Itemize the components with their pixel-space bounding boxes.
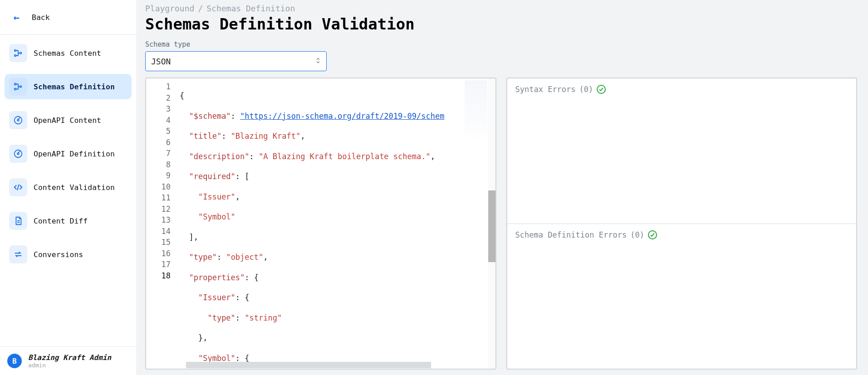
sidebar-item-content-validation[interactable]: Content Validation bbox=[5, 175, 132, 200]
syntax-errors-count: 0 bbox=[584, 85, 588, 94]
sidebar-item-label: Conversions bbox=[34, 250, 83, 259]
breadcrumb-root[interactable]: Playground bbox=[145, 4, 194, 13]
sidebar-item-content-diff[interactable]: Content Diff bbox=[5, 208, 132, 234]
editor-scrollbar-thumb[interactable] bbox=[488, 190, 495, 262]
back-button[interactable]: ← Back bbox=[0, 0, 136, 34]
code-editor[interactable]: 123456789101112131415161718 { "$schema":… bbox=[145, 78, 496, 370]
main: Playground / Schemas Definition Schemas … bbox=[136, 0, 868, 375]
svg-point-4 bbox=[15, 88, 16, 90]
page-title: Schemas Definition Validation bbox=[145, 15, 857, 33]
check-circle-icon bbox=[648, 230, 657, 239]
sidebar-item-schemas-content[interactable]: Schemas Content bbox=[5, 40, 132, 66]
svg-point-7 bbox=[17, 119, 19, 121]
sidebar-item-openapi-definition[interactable]: OpenAPI Definition bbox=[5, 141, 132, 166]
sidebar-divider bbox=[0, 34, 136, 35]
schema-node-icon bbox=[9, 44, 27, 62]
schema-errors-label: Schema Definition Errors bbox=[515, 230, 627, 239]
gauge-icon bbox=[9, 145, 27, 163]
user-row[interactable]: B Blazing Kraft Admin admin bbox=[0, 346, 136, 375]
breadcrumb-sep: / bbox=[198, 4, 203, 13]
svg-point-9 bbox=[17, 153, 19, 155]
document-icon bbox=[9, 212, 27, 230]
sidebar-nav: Schemas Content Schemas Definition OpenA… bbox=[0, 39, 136, 267]
editor-scrollbar-horizontal[interactable] bbox=[186, 362, 431, 368]
schema-errors-header[interactable]: Schema Definition Errors (0) bbox=[507, 224, 857, 246]
schema-node-icon bbox=[9, 78, 27, 96]
schema-type-label: Schema type bbox=[145, 40, 857, 49]
sidebar-item-label: Content Diff bbox=[34, 217, 88, 225]
errors-panel: Syntax Errors (0) Schema Definition Erro… bbox=[506, 78, 858, 370]
sidebar-item-conversions[interactable]: Conversions bbox=[5, 242, 132, 267]
sidebar-item-label: OpenAPI Definition bbox=[34, 150, 115, 158]
user-role: admin bbox=[28, 362, 111, 369]
sidebar-item-schemas-definition[interactable]: Schemas Definition bbox=[5, 74, 132, 99]
back-label: Back bbox=[32, 13, 50, 22]
syntax-errors-label: Syntax Errors bbox=[515, 85, 576, 94]
user-name: Blazing Kraft Admin bbox=[28, 353, 111, 362]
svg-point-0 bbox=[15, 50, 16, 52]
sidebar: ← Back Schemas Content Schemas Definitio… bbox=[0, 0, 136, 375]
check-circle-icon bbox=[597, 85, 606, 94]
code-icon bbox=[9, 178, 27, 196]
avatar: B bbox=[7, 354, 22, 368]
schema-errors-count: 0 bbox=[635, 230, 639, 239]
svg-point-8 bbox=[15, 150, 22, 158]
sidebar-item-openapi-content[interactable]: OpenAPI Content bbox=[5, 107, 132, 133]
editor-code[interactable]: { "$schema": "https://json-schema.org/dr… bbox=[175, 78, 495, 369]
svg-point-3 bbox=[15, 83, 16, 85]
gauge-icon bbox=[9, 111, 27, 129]
editor-gutter: 123456789101112131415161718 bbox=[146, 78, 175, 369]
arrow-left-icon: ← bbox=[7, 8, 25, 26]
swap-icon bbox=[9, 245, 27, 263]
svg-point-6 bbox=[15, 117, 22, 124]
syntax-errors-header[interactable]: Syntax Errors (0) bbox=[507, 78, 857, 100]
svg-point-5 bbox=[20, 86, 22, 88]
sidebar-item-label: OpenAPI Content bbox=[34, 116, 101, 125]
sidebar-item-label: Schemas Definition bbox=[34, 83, 115, 91]
sidebar-item-label: Content Validation bbox=[34, 183, 115, 192]
sidebar-item-label: Schemas Content bbox=[34, 49, 101, 58]
svg-point-1 bbox=[15, 55, 16, 57]
breadcrumb: Playground / Schemas Definition bbox=[145, 4, 857, 13]
svg-point-2 bbox=[20, 52, 22, 54]
schema-type-select[interactable] bbox=[145, 51, 327, 71]
breadcrumb-page[interactable]: Schemas Definition bbox=[206, 4, 295, 13]
